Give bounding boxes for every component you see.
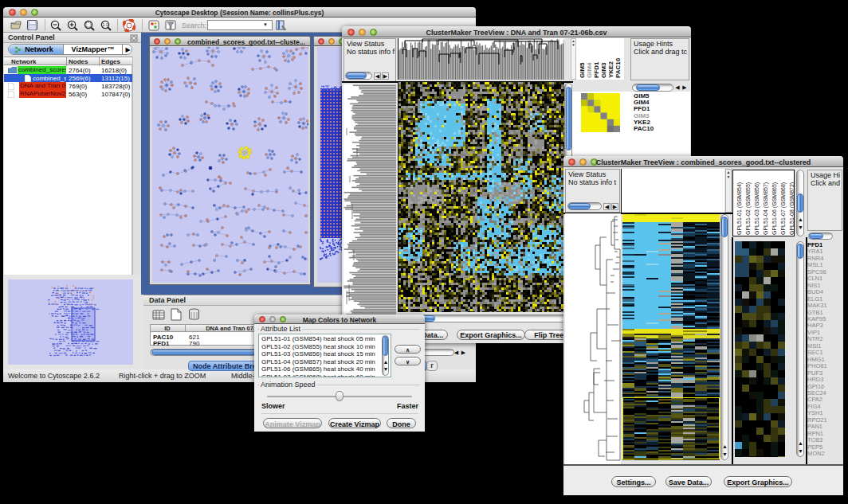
svg-text:1:1: 1:1	[103, 22, 108, 27]
